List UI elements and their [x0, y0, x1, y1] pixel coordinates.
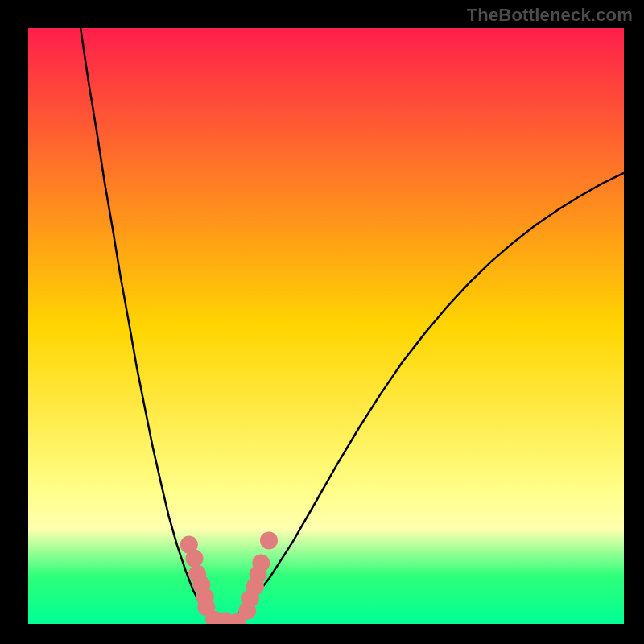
- data-marker: [252, 555, 270, 572]
- data-marker: [186, 550, 204, 568]
- bottleneck-chart: [28, 28, 624, 624]
- plot-area: [28, 28, 624, 624]
- chart-container: TheBottleneck.com line: [0, 0, 644, 644]
- gradient-background: [28, 28, 624, 624]
- watermark-text: TheBottleneck.com: [467, 5, 633, 26]
- data-marker: [260, 531, 278, 549]
